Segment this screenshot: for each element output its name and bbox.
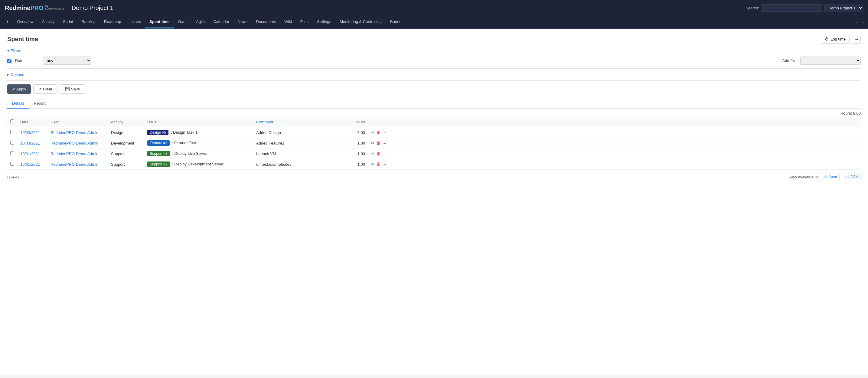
options-toggle[interactable]: ▸ Options <box>7 72 861 77</box>
row-date-link-3[interactable]: 10/01/2021 <box>20 162 40 167</box>
atom-link[interactable]: ⚛ Atom <box>821 174 840 180</box>
row-actions-container-1: ✏ 🗑 ··· <box>371 140 858 146</box>
date-filter-select[interactable]: anytodayyesterdaythis weeklast weekthis … <box>43 57 91 65</box>
date-filter-checkbox[interactable] <box>7 59 11 63</box>
header-search: Search: Demo Project 1 <box>745 4 863 12</box>
row-user-link-2[interactable]: RedminePRO Demo Admin <box>51 152 98 156</box>
atom-icon: ⚛ <box>824 175 827 179</box>
row-date-link-0[interactable]: 10/03/2021 <box>20 130 40 135</box>
row-more-0[interactable]: ··· <box>382 130 386 135</box>
row-select-2[interactable] <box>10 151 14 155</box>
row-date-2: 10/01/2021 <box>17 149 48 159</box>
row-checkbox-3[interactable] <box>7 159 17 170</box>
add-filter-select[interactable]: UserActivityIssueCommentHours <box>800 57 861 65</box>
row-date-link-1[interactable]: 10/03/2021 <box>20 141 40 146</box>
row-badge-1[interactable]: Feature #3 <box>147 140 170 146</box>
row-hours-1: 1.00 <box>344 138 368 149</box>
row-select-3[interactable] <box>10 162 14 166</box>
row-edit-3[interactable]: ✏ <box>371 162 375 167</box>
nav-item-agile[interactable]: Agile <box>192 16 209 28</box>
row-badge-3[interactable]: Support #7 <box>147 161 170 167</box>
row-checkbox-0[interactable] <box>7 127 17 138</box>
row-issue-1: Feature #3 : Feature Task 1 <box>144 138 253 149</box>
clear-button[interactable]: ↺ Clear <box>33 84 58 94</box>
logo-hazercloud: HAZERCLOUD <box>45 8 64 11</box>
row-delete-3[interactable]: 🗑 <box>376 162 381 167</box>
pagination-info: (1-4/4) <box>7 175 19 179</box>
available-in-section: Also available in: ⚛ Atom 📄 CSV <box>789 174 861 180</box>
row-select-0[interactable] <box>10 130 14 134</box>
nav-right-arrow[interactable]: › <box>861 17 866 27</box>
row-delete-2[interactable]: 🗑 <box>376 151 381 156</box>
row-badge-0[interactable]: Design #5 <box>147 130 168 135</box>
row-checkbox-2[interactable] <box>7 149 17 159</box>
nav-item-calendar[interactable]: Calendar <box>209 16 234 28</box>
nav-item-news[interactable]: News <box>234 16 252 28</box>
table-row: 10/01/2021 RedminePRO Demo Admin Support… <box>7 159 861 170</box>
row-delete-0[interactable]: 🗑 <box>376 130 381 135</box>
row-more-1[interactable]: ··· <box>382 140 386 146</box>
nav-item-banner[interactable]: Banner <box>386 16 407 28</box>
tab-report[interactable]: Report <box>29 99 51 108</box>
page-title: Spent time <box>7 36 38 43</box>
nav-item-files[interactable]: Files <box>296 16 313 28</box>
row-checkbox-1[interactable] <box>7 138 17 149</box>
action-buttons: ✔ Apply ↺ Clear 💾 Save <box>7 84 861 94</box>
nav-item-overview[interactable]: Overview <box>13 16 38 28</box>
csv-label: CSV <box>850 175 858 179</box>
row-user-2: RedminePRO Demo Admin <box>48 149 108 159</box>
col-header-issue: Issue <box>144 117 253 127</box>
row-edit-1[interactable]: ✏ <box>371 140 375 146</box>
row-select-1[interactable] <box>10 140 14 145</box>
csv-icon: 📄 <box>845 175 849 179</box>
row-user-link-0[interactable]: RedminePRO Demo Admin <box>51 130 98 135</box>
row-more-3[interactable]: ··· <box>382 162 386 167</box>
select-all-checkbox[interactable] <box>10 120 14 123</box>
nav-item-settings[interactable]: Settings <box>313 16 335 28</box>
nav-item-roadmap[interactable]: Roadmap <box>100 16 125 28</box>
date-filter-label: Date <box>15 58 39 63</box>
filter-add-section: Add filter UserActivityIssueCommentHours <box>782 57 861 65</box>
csv-link[interactable]: 📄 CSV <box>842 174 861 180</box>
row-edit-2[interactable]: ✏ <box>371 151 375 156</box>
nav-left-arrow[interactable]: ‹ <box>855 17 860 27</box>
row-user-link-3[interactable]: RedminePRO Demo Admin <box>51 162 98 167</box>
nav-item-documents[interactable]: Documents <box>252 16 280 28</box>
project-select[interactable]: Demo Project 1 <box>825 4 863 12</box>
page-actions: ⏱ Log time ··· <box>821 35 861 43</box>
nav-item-backlog[interactable]: Backlog <box>78 16 100 28</box>
row-actions-2: ✏ 🗑 ··· <box>368 149 861 159</box>
nav-item-monitoring-controlling[interactable]: Monitoring & Controlling <box>335 16 386 28</box>
sort-icon-date: ↕ <box>30 121 32 124</box>
row-user-link-1[interactable]: RedminePRO Demo Admin <box>51 141 98 146</box>
nav-item-gantt[interactable]: Gantt <box>174 16 192 28</box>
row-more-2[interactable]: ··· <box>382 151 386 156</box>
row-actions-1: ✏ 🗑 ··· <box>368 138 861 149</box>
row-edit-0[interactable]: ✏ <box>371 130 375 135</box>
nav-item-issues[interactable]: Issues <box>125 16 145 28</box>
row-actions-container-0: ✏ 🗑 ··· <box>371 130 858 135</box>
divider-2 <box>7 81 861 81</box>
log-time-button[interactable]: ⏱ Log time <box>821 35 849 43</box>
apply-button[interactable]: ✔ Apply <box>7 84 31 94</box>
more-options-button[interactable]: ··· <box>852 35 861 43</box>
nav-item-spent-time[interactable]: Spent time <box>145 16 174 28</box>
row-issue-text-3: : Deploy Development Server <box>172 162 223 166</box>
row-delete-1[interactable]: 🗑 <box>376 140 381 146</box>
nav-item-sprint[interactable]: Sprint <box>59 16 78 28</box>
col-header-actions <box>368 117 861 127</box>
nav-item-wiki[interactable]: Wiki <box>280 16 296 28</box>
col-header-activity: Activity <box>108 117 144 127</box>
filters-toggle[interactable]: ▾ Filters <box>7 49 861 53</box>
row-comment-1: Added Feature1 <box>253 138 344 149</box>
row-badge-2[interactable]: Support #8 <box>147 151 170 156</box>
nav-plus-button[interactable]: + <box>2 17 13 28</box>
save-button[interactable]: 💾 Save <box>60 84 85 94</box>
table-hours-total: Hours: 8.00 <box>7 108 861 117</box>
search-input[interactable] <box>762 4 822 12</box>
row-date-link-2[interactable]: 10/01/2021 <box>20 152 40 156</box>
divider-1 <box>7 68 861 69</box>
tab-details[interactable]: Details <box>7 99 29 108</box>
col-header-date[interactable]: Date ↕ <box>17 117 48 127</box>
nav-item-activity[interactable]: Activity <box>38 16 59 28</box>
